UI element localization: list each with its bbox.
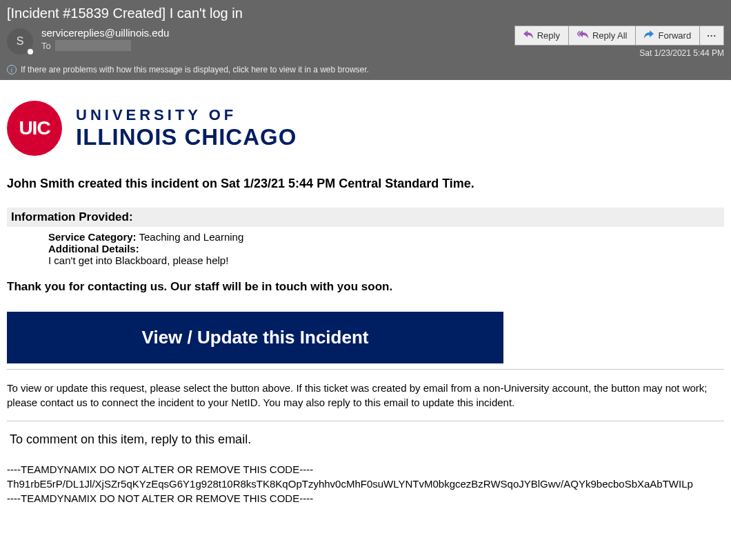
uic-circle-logo: UIC (7, 101, 62, 156)
avatar-initial: S (17, 35, 24, 48)
reply-all-icon (577, 30, 588, 41)
presence-indicator (26, 48, 34, 56)
teamdynamix-code-block: ----TEAMDYNAMIX DO NOT ALTER OR REMOVE T… (7, 462, 724, 506)
additional-details-value: I can't get into Blackboard, please help… (48, 254, 724, 266)
more-actions-button[interactable]: ··· (700, 26, 723, 45)
forward-icon (644, 30, 654, 41)
info-icon: i (7, 65, 17, 74)
code-line: ----TEAMDYNAMIX DO NOT ALTER OR REMOVE T… (7, 491, 724, 506)
information-details: Service Category: Teaching and Learning … (7, 227, 724, 280)
reply-button[interactable]: Reply (515, 26, 569, 45)
code-line: ----TEAMDYNAMIX DO NOT ALTER OR REMOVE T… (7, 462, 724, 477)
forward-button[interactable]: Forward (636, 26, 700, 45)
email-header: [Incident #15839 Created] I can't log in… (0, 0, 731, 62)
display-problems-bar[interactable]: i If there are problems with how this me… (0, 62, 731, 80)
separator (7, 421, 724, 421)
reply-all-button[interactable]: Reply All (569, 26, 637, 45)
recipient-redacted (55, 40, 131, 51)
to-label: To (41, 41, 51, 51)
service-category-label: Service Category: (48, 231, 137, 243)
action-toolbar: Reply Reply All Forward ··· (514, 26, 724, 46)
incident-created-line: John Smith created this incident on Sat … (7, 177, 724, 191)
avatar: S (7, 28, 33, 54)
reply-all-label: Reply All (592, 30, 628, 41)
information-provided-header: Information Provided: (7, 208, 724, 227)
reply-label: Reply (537, 30, 560, 41)
email-timestamp: Sat 1/23/2021 5:44 PM (639, 48, 724, 58)
university-logo: UIC UNIVERSITY OF ILLINOIS CHICAGO (7, 101, 724, 156)
subject-line: [Incident #15839 Created] I can't log in (7, 6, 724, 21)
reply-icon (523, 30, 533, 41)
sender-block: S servicereplies@uillinois.edu To (7, 26, 169, 54)
view-update-incident-button[interactable]: View / Update this Incident (7, 312, 503, 363)
additional-details-label: Additional Details: (48, 243, 139, 254)
separator (7, 369, 724, 370)
forward-label: Forward (658, 30, 691, 41)
recipient-line: To (41, 40, 169, 51)
email-body: UIC UNIVERSITY OF ILLINOIS CHICAGO John … (0, 80, 731, 512)
info-bar-text: If there are problems with how this mess… (21, 65, 369, 74)
comment-hint: To comment on this item, reply to this e… (10, 432, 724, 447)
university-name-line1: UNIVERSITY OF (76, 106, 297, 124)
service-category-value: Teaching and Learning (137, 231, 244, 243)
thankyou-message: Thank you for contacting us. Our staff w… (7, 280, 724, 294)
code-line: Th91rbE5rP/DL1Jl/XjSZr5qKYzEqsG6Y1g928t1… (7, 477, 724, 491)
more-icon: ··· (707, 30, 717, 41)
university-name-line2: ILLINOIS CHICAGO (76, 124, 297, 150)
instructions-text: To view or update this request, please s… (7, 381, 724, 410)
sender-email: servicereplies@uillinois.edu (41, 27, 169, 39)
